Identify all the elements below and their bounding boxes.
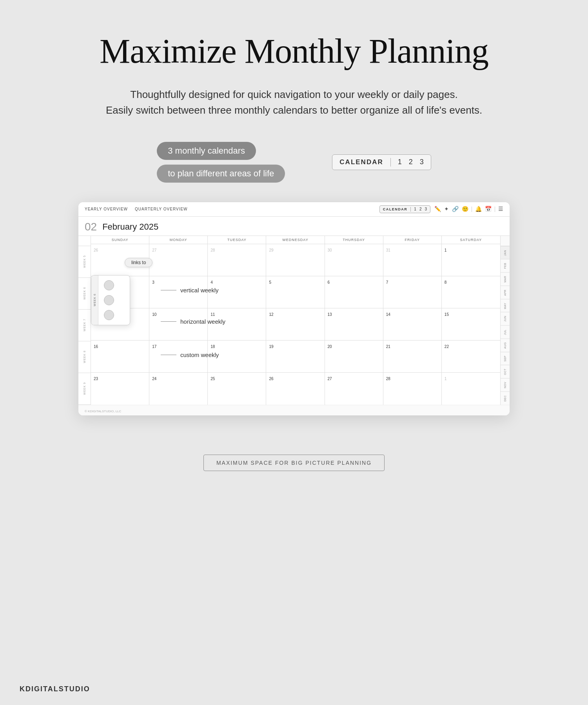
sidebar-mar[interactable]: MAR — [501, 272, 510, 286]
cell-w9-thu[interactable]: 27 — [325, 373, 383, 405]
cell-w5-fri[interactable]: 31 — [383, 244, 442, 276]
cell-w9-mon[interactable]: 24 — [149, 373, 208, 405]
cell-w9-wed[interactable]: 26 — [266, 373, 325, 405]
icon-divider — [472, 207, 472, 212]
sidebar-oct[interactable]: OCT — [501, 365, 510, 378]
day-28b: 28 — [386, 377, 390, 381]
cell-w8-sat[interactable]: 22 — [442, 341, 500, 372]
footer-brand: KDIGITALSTUDIO — [20, 685, 90, 693]
cell-w6-fri[interactable]: 7 — [383, 276, 442, 308]
sidebar-nov[interactable]: NOV — [501, 378, 510, 391]
horizontal-weekly-label: horizontal weekly — [180, 318, 225, 325]
calendar-switcher[interactable]: CALENDAR 1 2 3 — [332, 154, 431, 170]
star-icon[interactable]: ✦ — [444, 206, 449, 212]
cell-w7-sat[interactable]: 15 — [442, 308, 500, 340]
sidebar-apr[interactable]: APR — [501, 286, 510, 299]
nav-yearly[interactable]: YEARLY OVERVIEW — [85, 207, 128, 211]
day-17: 17 — [152, 344, 156, 349]
bell-icon[interactable]: 🔔 — [475, 206, 482, 212]
cell-w9-fri[interactable]: 28 — [383, 373, 442, 405]
mini-cal-1[interactable]: 1 — [414, 207, 416, 211]
vertical-weekly-btn[interactable] — [104, 280, 114, 290]
day-27b: 27 — [328, 377, 332, 381]
sidebar-dec[interactable]: DEC — [501, 391, 510, 405]
week-card-container[interactable]: WEEK 6 — [91, 275, 130, 325]
cell-w5-thu[interactable]: 30 — [325, 244, 383, 276]
day-header-saturday: SATURDAY — [442, 236, 500, 244]
day-25: 25 — [211, 377, 215, 381]
sidebar-jan[interactable]: JAN — [501, 246, 510, 259]
day-23: 23 — [94, 377, 98, 381]
day-13: 13 — [328, 312, 332, 317]
cal-num-3[interactable]: 3 — [420, 158, 424, 166]
pencil-icon[interactable]: ✏️ — [434, 206, 441, 212]
cell-w8-sun[interactable]: 16 — [91, 341, 149, 372]
cell-w5-sat[interactable]: 1 — [442, 244, 500, 276]
nav-quarterly[interactable]: QUARTERLY OVERVIEW — [135, 207, 188, 211]
cell-w8-fri[interactable]: 21 — [383, 341, 442, 372]
cell-w9-tue[interactable]: 25 — [208, 373, 266, 405]
cal-num-1[interactable]: 1 — [398, 158, 402, 166]
week-7-row: 9 10 11 12 13 14 15 — [91, 308, 500, 341]
month-header: 02 February 2025 — [78, 217, 510, 236]
day-27: 27 — [152, 248, 156, 252]
day-18: 18 — [211, 344, 215, 349]
sidebar-sep[interactable]: SEP — [501, 352, 510, 365]
cell-w6-thu[interactable]: 6 — [325, 276, 383, 308]
day-24: 24 — [152, 377, 156, 381]
day-26: 26 — [94, 248, 98, 252]
cell-w5-mon[interactable]: 27 — [149, 244, 208, 276]
sidebar-aug[interactable]: AUG — [501, 339, 510, 352]
cell-w6-wed[interactable]: 5 — [266, 276, 325, 308]
cell-w5-wed[interactable]: 29 — [266, 244, 325, 276]
cell-w7-wed[interactable]: 12 — [266, 308, 325, 340]
cell-w9-sun[interactable]: 23 — [91, 373, 149, 405]
week-card-buttons — [98, 275, 120, 325]
subtitle: Thoughtfully designed for quick navigati… — [106, 87, 482, 118]
mini-calendar-switcher[interactable]: CALENDAR 1 2 3 — [379, 205, 430, 213]
links-to-container: links to — [125, 258, 152, 267]
week-6-label: WEEK 6 — [78, 278, 91, 310]
day-header-sunday: SUNDAY — [91, 236, 149, 244]
sidebar-may[interactable]: MAY — [501, 299, 510, 312]
annotation-vertical-weekly: vertical weekly — [161, 287, 219, 294]
day-11: 11 — [211, 312, 215, 317]
link-icon[interactable]: 🔗 — [452, 206, 459, 212]
cell-w7-thu[interactable]: 13 — [325, 308, 383, 340]
week-5-text: WEEK 5 — [83, 255, 86, 268]
mini-cal-label: CALENDAR — [383, 207, 408, 211]
day-1: 1 — [445, 248, 447, 252]
day-21: 21 — [386, 344, 390, 349]
cell-w7-fri[interactable]: 14 — [383, 308, 442, 340]
cell-w8-thu[interactable]: 20 — [325, 341, 383, 372]
cell-w8-wed[interactable]: 19 — [266, 341, 325, 372]
day-31: 31 — [386, 248, 390, 252]
sidebar-jul[interactable]: JUL — [501, 325, 510, 339]
calendar-mockup: YEARLY OVERVIEW QUARTERLY OVERVIEW CALEN… — [78, 202, 510, 415]
custom-weekly-btn[interactable] — [104, 310, 114, 320]
week-8-label: WEEK 8 — [78, 341, 91, 373]
sidebar-feb[interactable]: FEB — [501, 259, 510, 272]
emoji-icon[interactable]: 🙂 — [462, 206, 468, 212]
sidebar-jun[interactable]: JUN — [501, 312, 510, 325]
subtitle-line1: Thoughtfully designed for quick navigati… — [130, 89, 457, 100]
mini-cal-divider — [410, 207, 411, 212]
day-22: 22 — [445, 344, 449, 349]
annotation-custom-weekly: custom weekly — [161, 352, 219, 358]
day-28: 28 — [211, 248, 215, 252]
mini-cal-2[interactable]: 2 — [419, 207, 422, 211]
icon-divider-2 — [495, 207, 495, 212]
horizontal-weekly-btn[interactable] — [104, 295, 114, 305]
menu-icon[interactable]: ☰ — [498, 206, 503, 212]
day-header-wednesday: WEDNESDAY — [266, 236, 325, 244]
mini-cal-3[interactable]: 3 — [425, 207, 427, 211]
cell-w5-tue[interactable]: 28 — [208, 244, 266, 276]
pill-areas-of-life: to plan different areas of life — [157, 165, 285, 183]
cal-num-2[interactable]: 2 — [409, 158, 413, 166]
cell-w9-sat[interactable]: 1 — [442, 373, 500, 405]
day-1b: 1 — [445, 377, 447, 381]
cell-w6-sat[interactable]: 8 — [442, 276, 500, 308]
calendar-icon[interactable]: 📅 — [485, 206, 492, 212]
day-header-friday: FRIDAY — [383, 236, 442, 244]
day-5: 5 — [269, 280, 271, 285]
